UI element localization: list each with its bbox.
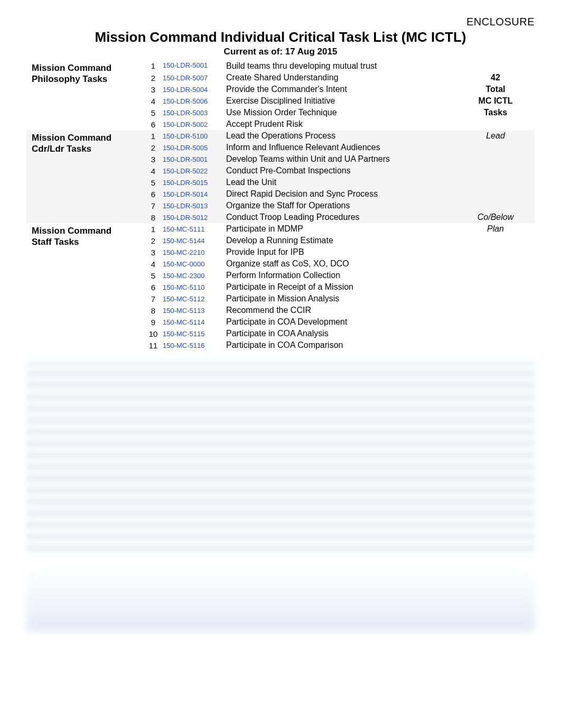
right-note — [456, 316, 535, 328]
task-desc: Participate in COA Development — [223, 316, 456, 328]
right-note — [456, 258, 535, 270]
task-code[interactable]: 150-MC-5111 — [161, 223, 223, 235]
task-code[interactable]: 150-LDR-5002 — [161, 118, 223, 130]
right-note — [456, 281, 535, 293]
task-code[interactable]: 150-MC-5112 — [161, 293, 223, 305]
row-num: 7 — [146, 293, 161, 305]
task-code[interactable]: 150-LDR-5005 — [161, 142, 223, 153]
task-code[interactable]: 150-MC-0000 — [161, 258, 223, 270]
task-desc: Participate in Receipt of a Mission — [223, 281, 456, 293]
task-code[interactable]: 150-MC-5116 — [161, 339, 223, 351]
task-code[interactable]: 150-LDR-5006 — [161, 95, 223, 107]
summary-count: 42 — [456, 72, 535, 84]
page-subtitle: Current as of: 17 Aug 2015 — [26, 47, 535, 57]
right-note — [456, 235, 535, 246]
task-desc: Direct Rapid Decision and Sync Process — [223, 188, 456, 200]
enclosure-label: ENCLOSURE — [26, 16, 535, 28]
task-code[interactable]: 150-MC-5113 — [161, 305, 223, 316]
row-num: 4 — [146, 165, 161, 177]
right-note — [456, 60, 535, 72]
right-note — [456, 165, 535, 177]
row-num: 6 — [146, 188, 161, 200]
section-label-cdrldr: Mission Command Cdr/Ldr Tasks — [26, 130, 146, 223]
row-num: 1 — [146, 223, 161, 235]
row-num: 9 — [146, 316, 161, 328]
right-note — [456, 246, 535, 258]
row-num: 5 — [146, 177, 161, 188]
task-code[interactable]: 150-MC-5114 — [161, 316, 223, 328]
task-code[interactable]: 150-LDR-5022 — [161, 165, 223, 177]
task-code[interactable]: 150-MC-5115 — [161, 328, 223, 339]
task-desc: Participate in COA Comparison — [223, 339, 456, 351]
row-num: 5 — [146, 107, 161, 118]
task-code[interactable]: 150-LDR-5013 — [161, 200, 223, 211]
section-label-line1: Mission Command — [32, 133, 111, 143]
row-num: 4 — [146, 95, 161, 107]
task-code[interactable]: 150-MC-2300 — [161, 270, 223, 281]
task-desc: Conduct Pre-Combat Inspections — [223, 165, 456, 177]
right-note — [456, 118, 535, 130]
task-code[interactable]: 150-MC-2210 — [161, 246, 223, 258]
row-num: 11 — [146, 339, 161, 351]
row-num: 2 — [146, 72, 161, 84]
row-num: 10 — [146, 328, 161, 339]
task-desc: Participate in MDMP — [223, 223, 456, 235]
summary-total: Total — [456, 84, 535, 95]
page-title: Mission Command Individual Critical Task… — [26, 29, 535, 45]
task-code[interactable]: 150-MC-5110 — [161, 281, 223, 293]
row-num: 3 — [146, 246, 161, 258]
task-desc: Provide the Commander's Intent — [223, 84, 456, 95]
task-desc: Participate in COA Analysis — [223, 328, 456, 339]
task-desc: Exercise Disciplined Initiative — [223, 95, 456, 107]
right-note — [456, 188, 535, 200]
task-desc: Recommend the CCIR — [223, 305, 456, 316]
task-desc: Conduct Troop Leading Procedures — [223, 211, 456, 223]
right-note — [456, 305, 535, 316]
task-code[interactable]: 150-LDR-5001 — [161, 153, 223, 165]
task-desc: Develop a Running Estimate — [223, 235, 456, 246]
task-code[interactable]: 150-LDR-5003 — [161, 107, 223, 118]
row-num: 3 — [146, 84, 161, 95]
task-desc: Use Mission Order Technique — [223, 107, 456, 118]
row-num: 1 — [146, 60, 161, 72]
task-code[interactable]: 150-LDR-5014 — [161, 188, 223, 200]
row-num: 8 — [146, 305, 161, 316]
task-desc: Perform Information Collection — [223, 270, 456, 281]
row-num: 3 — [146, 153, 161, 165]
right-note — [456, 153, 535, 165]
row-num: 8 — [146, 211, 161, 223]
task-desc: Organize staff as CoS, XO, DCO — [223, 258, 456, 270]
summary-mcictl: MC ICTL — [456, 95, 535, 107]
task-code[interactable]: 150-LDR-5007 — [161, 72, 223, 84]
row-num: 4 — [146, 258, 161, 270]
row-num: 1 — [146, 130, 161, 142]
section-label-line2: Cdr/Ldr Tasks — [32, 144, 91, 154]
task-code[interactable]: 150-LDR-5004 — [161, 84, 223, 95]
section-label-line2: Staff Tasks — [32, 237, 79, 247]
right-note — [456, 177, 535, 188]
task-desc: Create Shared Understanding — [223, 72, 456, 84]
task-code[interactable]: 150-LDR-5100 — [161, 130, 223, 142]
task-desc: Lead the Unit — [223, 177, 456, 188]
section-label-staff: Mission Command Staff Tasks — [26, 223, 146, 351]
task-code[interactable]: 150-LDR-5001 — [161, 60, 223, 72]
right-note-cobelow: Co/Below — [456, 211, 535, 223]
task-code[interactable]: 150-LDR-5012 — [161, 211, 223, 223]
task-desc: Accept Prudent Risk — [223, 118, 456, 130]
task-desc: Lead the Operations Process — [223, 130, 456, 142]
task-desc: Inform and Influence Relevant Audiences — [223, 142, 456, 153]
row-num: 7 — [146, 200, 161, 211]
row-num: 2 — [146, 235, 161, 246]
section-label-line1: Mission Command — [32, 63, 111, 73]
task-code[interactable]: 150-MC-5144 — [161, 235, 223, 246]
row-num: 5 — [146, 270, 161, 281]
right-note — [456, 339, 535, 351]
section-label-line2: Philosophy Tasks — [32, 74, 107, 84]
summary-tasks: Tasks — [456, 107, 535, 118]
task-code[interactable]: 150-LDR-5015 — [161, 177, 223, 188]
section-label-line1: Mission Command — [32, 226, 111, 236]
right-note — [456, 293, 535, 305]
blurred-footer — [26, 568, 535, 631]
row-num: 6 — [146, 281, 161, 293]
right-note — [456, 270, 535, 281]
